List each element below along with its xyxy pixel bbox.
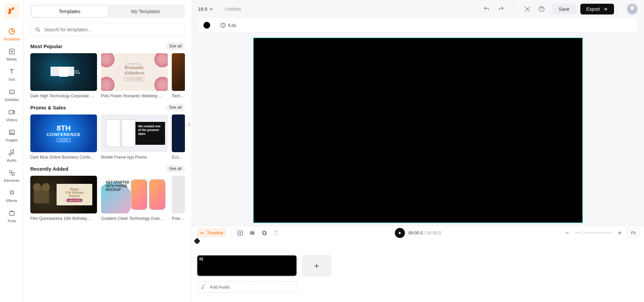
template-card[interactable]: Polaro… (172, 176, 185, 221)
section-title: Recently Added (30, 166, 68, 172)
audio-icon (7, 148, 16, 157)
play-icon (397, 231, 402, 235)
search-box[interactable] (30, 23, 185, 36)
svg-rect-18 (263, 232, 266, 235)
redo-icon (497, 6, 504, 12)
nav-audio[interactable]: Audio (2, 145, 22, 166)
play-button[interactable] (395, 228, 405, 238)
undo-button[interactable] (483, 5, 490, 13)
user-avatar[interactable] (626, 3, 638, 15)
timeline-toolbar: Timeline 00:00.0 / 00:05.0 (192, 226, 644, 239)
see-all-button[interactable]: See all (166, 42, 185, 50)
nav-videos[interactable]: Videos (2, 105, 22, 125)
scene-clip[interactable]: 01 (197, 255, 297, 276)
nav-templates[interactable]: Templates (2, 24, 22, 44)
templates-icon (7, 27, 16, 36)
template-card[interactable]: Happy 15th Birthday Brigitte! August 15,… (30, 176, 97, 221)
nav-label: Audio (7, 158, 16, 162)
template-card[interactable]: We created one of the greatest apps. Mob… (101, 114, 168, 160)
nav-text[interactable]: Text (2, 65, 22, 85)
editor-main: 16:9 Untitled Save Export (192, 0, 644, 302)
duplicate-clip-button[interactable] (261, 229, 268, 237)
split-clip-button[interactable] (249, 229, 256, 237)
template-card[interactable]: 8TH CONFERENCE ONLINE Dark Blue Online B… (30, 114, 97, 160)
add-clip-button[interactable] (236, 229, 244, 237)
svg-rect-8 (9, 211, 14, 215)
template-card[interactable]: WEDDING Romantic slideshow CLICK HERE Pi… (101, 53, 168, 98)
zoom-in-button[interactable] (616, 229, 623, 237)
template-card[interactable]: TECHNOLOGY CORPORATION Dark High Technol… (30, 53, 97, 98)
redo-button[interactable] (497, 5, 505, 13)
see-all-button[interactable]: See all (166, 165, 185, 172)
nav-label: Tools (7, 219, 16, 223)
search-icon (35, 27, 41, 33)
arrow-right-icon (603, 6, 608, 12)
text-icon (7, 67, 16, 76)
nav-label: Media (7, 57, 17, 61)
see-all-button[interactable]: See all (166, 104, 185, 111)
top-toolbar: 16:9 Untitled Save Export (192, 0, 644, 18)
search-input[interactable] (44, 27, 181, 32)
nav-label: Templates (3, 37, 20, 41)
help-icon (538, 6, 545, 12)
help-button[interactable] (538, 5, 545, 13)
section-most-popular: Most Popular See all TECHNOLOGY CORPORAT… (30, 42, 185, 98)
timeline-icon (200, 231, 205, 235)
scan-icon (524, 6, 531, 12)
svg-rect-3 (9, 110, 13, 114)
plus-icon (617, 230, 622, 236)
svg-rect-19 (262, 231, 265, 234)
nav-effects[interactable]: Effects (2, 186, 22, 206)
template-tabs: Templates My Templates (30, 5, 185, 18)
nav-label: Videos (6, 118, 17, 122)
canvas[interactable] (253, 37, 583, 223)
aspect-ratio-select[interactable]: 16:9 (198, 6, 213, 12)
tab-templates[interactable]: Templates (32, 6, 108, 17)
timeline-body[interactable]: 01 + Add Audio (192, 239, 644, 302)
nav-elements[interactable]: Elements (2, 166, 22, 186)
template-label: Gradient Clean Technology Oran… (101, 216, 168, 221)
add-scene-button[interactable]: + (302, 255, 331, 276)
tools-icon (7, 209, 16, 217)
scene-number: 01 (199, 257, 203, 261)
elements-icon (7, 168, 16, 177)
zoom-fit-button[interactable]: Fit (627, 229, 639, 237)
clock-icon (220, 22, 226, 28)
template-card[interactable]: Ecom… (172, 114, 185, 160)
svg-point-5 (10, 131, 11, 132)
project-title[interactable]: Untitled (225, 6, 240, 12)
zoom-out-button[interactable] (564, 229, 571, 237)
section-title: Promo & Sales (30, 105, 66, 110)
nav-images[interactable]: Images (2, 125, 22, 145)
undo-icon (483, 6, 490, 12)
template-card[interactable]: Techn… (172, 53, 185, 98)
section-promo-sales: Promo & Sales See all 8TH CONFERENCE ONL… (30, 104, 185, 160)
nav-subtitles[interactable]: Subtitles (2, 85, 22, 105)
save-button[interactable]: Save (552, 4, 576, 14)
videos-icon (7, 108, 16, 116)
zoom-slider[interactable] (575, 232, 612, 233)
background-color-swatch[interactable] (203, 22, 210, 29)
left-nav: Templates Media Text Subtitles Videos Im… (0, 0, 24, 302)
svg-rect-13 (201, 232, 202, 234)
tab-my-templates[interactable]: My Templates (108, 6, 184, 17)
capture-button[interactable] (524, 5, 531, 13)
svg-point-10 (526, 8, 528, 10)
template-card[interactable]: GET STARTED WITH PHONE MOCKUP Gradient C… (101, 176, 168, 221)
duration-control[interactable]: 5.0s (220, 22, 236, 28)
subtitles-icon (7, 88, 16, 96)
nav-label: Images (5, 138, 18, 142)
template-label: Pink Flower Romantic Wedding … (101, 94, 168, 98)
svg-point-9 (36, 28, 39, 31)
export-button[interactable]: Export (580, 4, 614, 14)
collapse-panel-button[interactable] (187, 118, 192, 131)
nav-label: Text (8, 77, 15, 81)
template-label: Ecom… (172, 155, 185, 160)
timeline-mode-chip[interactable]: Timeline (197, 228, 227, 237)
nav-media[interactable]: Media (2, 44, 22, 65)
svg-rect-7 (12, 173, 14, 175)
app-logo[interactable] (4, 3, 19, 18)
add-audio-track[interactable]: Add Audio (197, 281, 297, 293)
delete-clip-button[interactable] (273, 229, 280, 237)
nav-tools[interactable]: Tools (2, 206, 22, 226)
